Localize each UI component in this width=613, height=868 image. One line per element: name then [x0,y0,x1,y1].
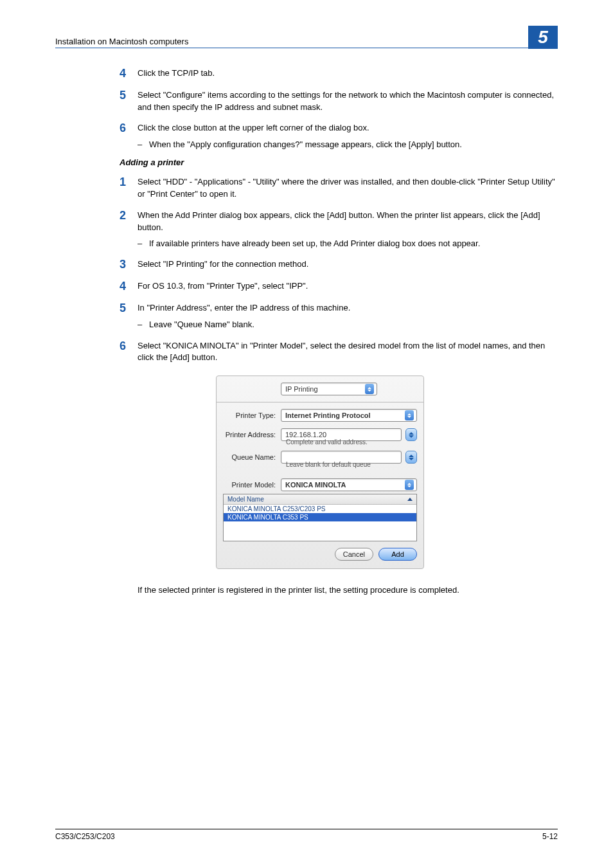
step-text: Select "KONICA MINOLTA" in "Printer Mode… [138,340,558,365]
step-b5: 5 In "Printer Address", enter the IP add… [120,302,558,315]
model-row[interactable]: KONICA MINOLTA C253/C203 PS [224,505,416,513]
step-number: 3 [120,258,138,271]
dash-icon: – [138,319,149,331]
queue-name-label: Queue Name: [223,453,281,461]
dash-icon: – [138,238,149,250]
step-a5: 5 Select "Configure" items according to … [120,89,558,114]
substep-b2: – If available printers have already bee… [138,238,558,250]
updown-icon[interactable] [405,451,417,464]
updown-icon[interactable] [405,428,417,441]
page-header: Installation on Macintosh computers 5 [55,23,558,48]
step-number: 2 [120,210,138,222]
closing-text: If the selected printer is registered in… [138,584,558,597]
printer-type-value: Internet Printing Protocol [285,411,402,419]
step-text: When the Add Printer dialog box appears,… [138,210,558,234]
subheading-adding-printer: Adding a printer [120,158,558,167]
step-a4: 4 Click the TCP/IP tab. [120,68,558,80]
connection-method-value: IP Printing [285,385,362,393]
step-text: Select "HDD" - "Applications" - "Utility… [138,176,558,201]
step-text: For OS 10.3, from "Printer Type", select… [138,280,558,293]
step-b6: 6 Select "KONICA MINOLTA" in "Printer Mo… [120,340,558,365]
page-footer: C353/C253/C203 5-12 [55,829,558,841]
header-title: Installation on Macintosh computers [55,37,188,46]
add-printer-dialog: IP Printing Printer Type: Internet Print… [216,375,424,569]
substep-a6: – When the "Apply configuration changes?… [138,139,558,151]
step-text: Click the TCP/IP tab. [138,68,558,80]
step-b2: 2 When the Add Printer dialog box appear… [120,210,558,234]
step-number: 4 [120,68,138,80]
substep-text: Leave "Queue Name" blank. [149,319,254,331]
footer-left: C353/C253/C203 [55,832,115,841]
printer-type-select[interactable]: Internet Printing Protocol [281,409,417,422]
printer-model-row: Printer Model: KONICA MINOLTA [223,478,417,491]
printer-address-value: 192.168.1.20 [285,431,398,439]
dash-icon: – [138,139,149,151]
printer-address-label: Printer Address: [223,431,281,439]
step-number: 4 [120,280,138,293]
step-a6: 6 Click the close button at the upper le… [120,122,558,135]
model-list[interactable]: Model Name KONICA MINOLTA C253/C203 PS K… [223,494,417,541]
step-text: Select "Configure" items according to th… [138,89,558,114]
printer-type-row: Printer Type: Internet Printing Protocol [223,409,417,422]
step-b4: 4 For OS 10.3, from "Printer Type", sele… [120,280,558,293]
model-row-selected[interactable]: KONICA MINOLTA C353 PS [224,513,416,521]
chapter-badge: 5 [528,26,558,49]
step-number: 6 [120,122,138,135]
cancel-button[interactable]: Cancel [335,548,373,561]
updown-icon [405,410,414,420]
step-text: Select "IP Printing" for the connection … [138,258,558,271]
updown-icon [405,480,414,490]
sort-ascending-icon [407,498,413,501]
step-text: In "Printer Address", enter the IP addre… [138,302,558,314]
model-list-header[interactable]: Model Name [224,494,416,505]
step-number: 5 [120,89,138,102]
updown-icon [365,384,374,394]
divider [217,402,423,402]
add-button[interactable]: Add [378,548,417,561]
substep-b5: – Leave "Queue Name" blank. [138,319,558,331]
step-number: 6 [120,340,138,353]
footer-right: 5-12 [542,832,558,841]
step-number: 1 [120,176,138,189]
substep-text: When the "Apply configuration changes?" … [149,139,462,151]
connection-method-row: IP Printing [223,383,417,395]
step-b1: 1 Select "HDD" - "Applications" - "Utili… [120,176,558,201]
substep-text: If available printers have already been … [149,238,480,250]
step-number: 5 [120,302,138,315]
dialog-buttons: Cancel Add [223,548,417,561]
printer-model-label: Printer Model: [223,481,281,489]
step-text: Click the close button at the upper left… [138,122,558,134]
model-name-column: Model Name [227,496,264,503]
printer-model-select[interactable]: KONICA MINOLTA [281,478,417,491]
printer-type-label: Printer Type: [223,411,281,419]
step-b3: 3 Select "IP Printing" for the connectio… [120,258,558,271]
printer-model-value: KONICA MINOLTA [285,481,402,489]
page-content: 4 Click the TCP/IP tab. 5 Select "Config… [55,48,558,597]
connection-method-select[interactable]: IP Printing [281,383,377,395]
